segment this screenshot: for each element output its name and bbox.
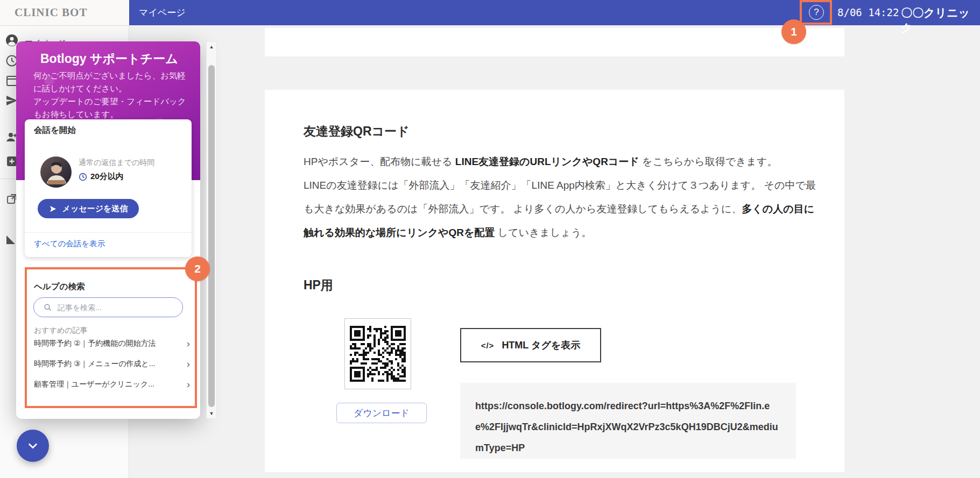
scroll-down-icon[interactable]: ▼ [207,411,216,416]
show-html-tag-button[interactable]: </> HTML タグを表示 [460,328,601,362]
reply-time-value: 20分以内 [79,172,124,182]
annotation-highlight-help [800,0,832,25]
show-html-tag-label: HTML タグを表示 [502,339,580,352]
start-conversation-heading: 会話を開始 [34,125,76,136]
qr-code-canvas [350,326,406,382]
intro-paragraph-1: HPやポスター、配布物に載せる LINE友達登録のURLリンクやQRコード をこ… [304,150,816,174]
chat-launcher-button[interactable] [17,430,49,462]
page-title: マイページ [139,0,186,25]
annotation-highlight-help-search [25,267,197,408]
screen: CLINIC BOT マイページ ? 8/06 14:22 〇〇クリニック 1 … [0,0,980,478]
reply-time-label: 通常の返信までの時間 [79,158,154,168]
widget-scrollbar[interactable]: ▲ ▼ [206,41,217,419]
brand-panel: CLINIC BOT [0,0,129,26]
qr-code [344,318,411,389]
intro-paragraph-2: LINEの友達登録には「外部流入」「友達紹介」「LINE App内検索」と大きく… [304,174,816,245]
start-conversation-card: 会話を開始 通常の返信までの時間 20分以内 メッセージを送信 すべての会話を表… [25,119,192,257]
hp-heading: HP用 [304,277,333,294]
send-arrow-icon [49,205,57,213]
content-card-qr: 友達登録QRコード HPやポスター、配布物に載せる LINE友達登録のURLリン… [265,90,844,472]
scroll-up-icon[interactable]: ▲ [207,44,216,49]
scrollbar-thumb[interactable] [208,65,215,407]
content-card-top [265,28,844,56]
agent-avatar [40,156,72,188]
download-button[interactable]: ダウンロード [336,403,427,423]
clinic-name-menu[interactable]: 〇〇クリニック [901,5,980,35]
support-team-description: 何かご不明点がございましたら、お気軽に話しかけてください。 アップデートのご要望… [33,69,188,121]
collapse-triangle-icon[interactable] [6,236,15,244]
intro-text: HPやポスター、配布物に載せる LINE友達登録のURLリンクやQRコード をこ… [304,150,816,245]
code-icon: </> [481,341,495,350]
annotation-badge-2: 2 [185,256,210,281]
qr-url-text: https://console.botlogy.com/redirect?url… [460,383,796,459]
send-message-button[interactable]: メッセージを送信 [38,199,139,218]
header-datetime: 8/06 14:22 [837,6,899,18]
brand-logo: CLINIC BOT [15,6,87,19]
clock-small-icon [79,173,87,181]
annotation-badge-1: 1 [781,19,806,44]
card-divider [25,232,192,233]
chevron-down-icon [27,440,39,452]
support-team-title: Botlogy サポートチーム [40,51,178,67]
section-title: 友達登録QRコード [304,123,410,140]
all-conversations-link[interactable]: すべての会話を表示 [34,239,105,249]
top-nav-bar: マイページ ? 8/06 14:22 〇〇クリニック [129,0,980,25]
